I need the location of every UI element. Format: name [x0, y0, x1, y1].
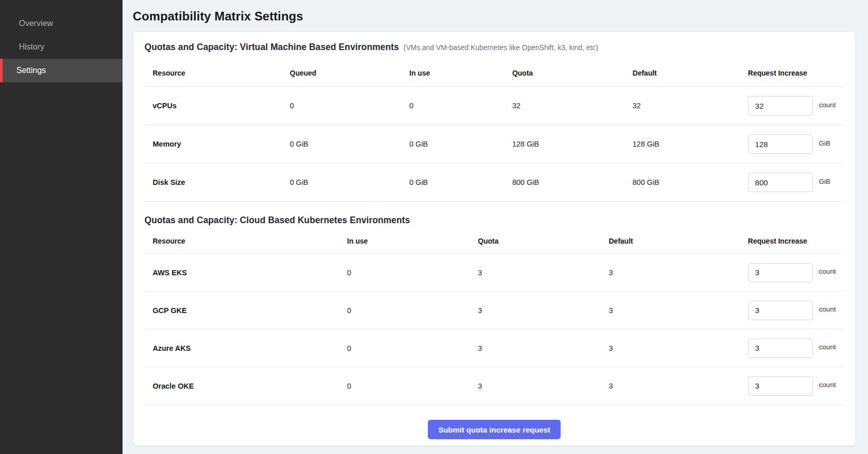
vcpus-request-input[interactable]	[748, 96, 813, 115]
in-use-value: 0	[401, 87, 504, 125]
queued-value: 0 GiB	[282, 163, 401, 202]
quota-value: 3	[470, 367, 600, 405]
k8s-section-heading: Quotas and Capacity: Cloud Based Kuberne…	[144, 215, 844, 226]
column-header-request-increase: Request Increase	[740, 227, 844, 254]
gcp-gke-request-input[interactable]	[748, 301, 813, 320]
button-row: Submit quota increase request	[144, 405, 844, 439]
default-value: 3	[600, 329, 740, 367]
disk-size-request-input[interactable]	[748, 173, 813, 192]
app-root: Overview History Settings Compatibility …	[0, 0, 868, 454]
unit-label: count	[819, 101, 836, 109]
column-header-request-increase: Request Increase	[740, 56, 844, 87]
quotas-card: Quotas and Capacity: Virtual Machine Bas…	[133, 31, 856, 446]
oracle-oke-request-input[interactable]	[748, 376, 813, 396]
resource-name: vCPUs	[144, 87, 282, 125]
k8s-quota-table: Resource In use Quota Default Request In…	[144, 227, 844, 405]
main-content: Compatibility Matrix Settings Quotas and…	[123, 0, 868, 454]
sidebar-item-overview[interactable]: Overview	[0, 12, 123, 35]
sidebar: Overview History Settings	[0, 0, 123, 454]
k8s-table-header-row: Resource In use Quota Default Request In…	[144, 227, 844, 254]
column-header-default: Default	[600, 227, 740, 254]
sidebar-item-settings[interactable]: Settings	[0, 59, 123, 82]
queued-value: 0 GiB	[282, 125, 401, 163]
unit-label: count	[819, 268, 836, 275]
in-use-value: 0 GiB	[401, 163, 504, 202]
default-value: 3	[600, 254, 740, 292]
sidebar-item-label: History	[19, 42, 44, 52]
quota-value: 3	[470, 254, 600, 292]
resource-name: AWS EKS	[144, 254, 339, 292]
k8s-section-title: Quotas and Capacity: Cloud Based Kuberne…	[144, 215, 410, 226]
resource-name: Azure AKS	[144, 329, 339, 367]
table-row-vcpus: vCPUs 0 0 32 32 count	[144, 87, 844, 125]
column-header-resource: Resource	[144, 227, 339, 254]
in-use-value: 0	[339, 292, 470, 329]
page-title: Compatibility Matrix Settings	[133, 9, 856, 23]
vm-quota-table: Resource Queued In use Quota Default Req…	[144, 56, 844, 202]
table-row-oracle-oke: Oracle OKE 0 3 3 count	[144, 367, 844, 405]
table-row-aws-eks: AWS EKS 0 3 3 count	[144, 254, 844, 292]
default-value: 800 GiB	[624, 163, 740, 202]
in-use-value: 0	[339, 367, 470, 405]
sidebar-item-label: Settings	[16, 66, 46, 75]
unit-label: GiB	[819, 139, 831, 147]
column-header-quota: Quota	[504, 56, 624, 87]
resource-name: Disk Size	[144, 163, 282, 202]
quota-value: 800 GiB	[504, 163, 624, 202]
aws-eks-request-input[interactable]	[748, 263, 813, 282]
default-value: 128 GiB	[624, 125, 740, 163]
sidebar-item-label: Overview	[19, 19, 53, 28]
table-row-azure-aks: Azure AKS 0 3 3 count	[144, 329, 844, 367]
quota-value: 32	[504, 87, 624, 125]
vm-table-header-row: Resource Queued In use Quota Default Req…	[144, 56, 844, 87]
unit-label: GiB	[819, 178, 831, 185]
column-header-queued: Queued	[282, 56, 401, 87]
unit-label: count	[819, 343, 836, 351]
quota-value: 3	[470, 329, 600, 367]
table-row-disk-size: Disk Size 0 GiB 0 GiB 800 GiB 800 GiB Gi…	[144, 163, 844, 202]
resource-name: Oracle OKE	[144, 367, 339, 405]
submit-quota-increase-button[interactable]: Submit quota increase request	[428, 420, 560, 439]
table-row-gcp-gke: GCP GKE 0 3 3 count	[144, 292, 844, 329]
unit-label: count	[819, 305, 836, 313]
column-header-quota: Quota	[470, 227, 600, 254]
in-use-value: 0	[339, 329, 470, 367]
column-header-resource: Resource	[144, 56, 282, 87]
column-header-in-use: In use	[401, 56, 504, 87]
vm-section-note: (VMs and VM-based Kubernetes like OpenSh…	[403, 43, 598, 52]
column-header-in-use: In use	[339, 227, 470, 254]
sidebar-item-history[interactable]: History	[0, 35, 123, 59]
unit-label: count	[819, 381, 836, 389]
in-use-value: 0	[339, 254, 470, 292]
quota-value: 3	[470, 292, 600, 329]
in-use-value: 0 GiB	[401, 125, 504, 163]
default-value: 3	[600, 367, 740, 405]
queued-value: 0	[282, 87, 401, 125]
table-row-memory: Memory 0 GiB 0 GiB 128 GiB 128 GiB GiB	[144, 125, 844, 163]
default-value: 3	[600, 292, 740, 329]
memory-request-input[interactable]	[748, 134, 813, 154]
azure-aks-request-input[interactable]	[748, 339, 813, 358]
vm-section-title: Quotas and Capacity: Virtual Machine Bas…	[144, 42, 399, 53]
resource-name: GCP GKE	[144, 292, 339, 329]
quota-value: 128 GiB	[504, 125, 624, 163]
vm-section-heading: Quotas and Capacity: Virtual Machine Bas…	[144, 42, 844, 53]
column-header-default: Default	[624, 56, 740, 87]
resource-name: Memory	[144, 125, 282, 163]
default-value: 32	[624, 87, 740, 125]
